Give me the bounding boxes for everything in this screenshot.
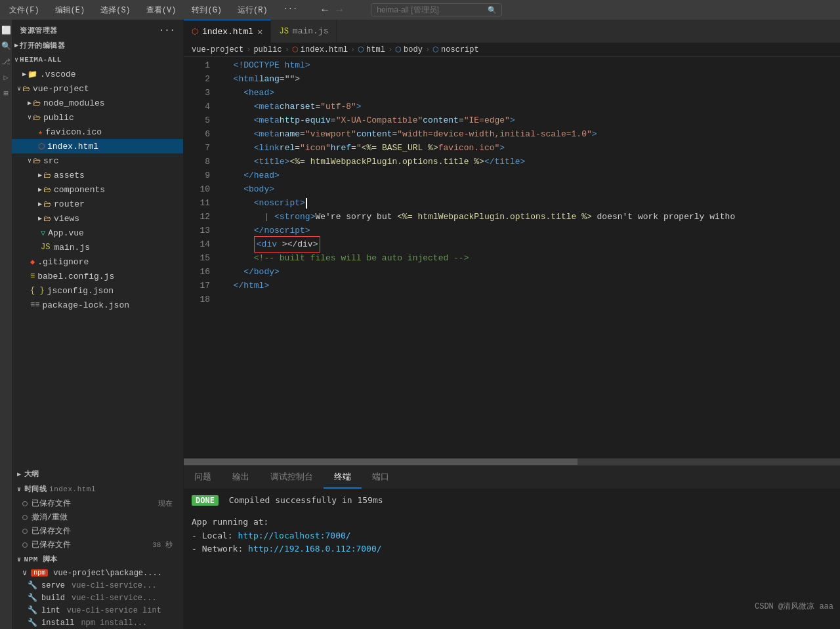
sidebar-item-gitignore[interactable]: ◆ .gitignore <box>12 254 183 269</box>
sidebar-item-favicon[interactable]: ★ favicon.ico <box>12 125 183 139</box>
horizontal-scrollbar[interactable] <box>184 458 840 465</box>
extensions-icon[interactable]: ⊞ <box>1 89 11 99</box>
menu-run[interactable]: 运行(R) <box>235 3 270 17</box>
sidebar-more-icon[interactable]: ··· <box>159 25 175 35</box>
components-arrow: ▶ <box>38 186 42 193</box>
sidebar-item-components[interactable]: ▶ 🗁 components <box>12 182 183 197</box>
sidebar-item-vue-project[interactable]: ∨ 🗁 vue-project <box>12 81 183 96</box>
panel-tab-problems[interactable]: 问题 <box>184 466 222 489</box>
vscode-arrow: ▶ <box>22 70 26 78</box>
vscode-folder-icon: 📁 <box>28 70 37 79</box>
debug-icon[interactable]: ▷ <box>1 73 11 83</box>
npm-script-lint[interactable]: 🔧 lint vue-cli-service lint <box>12 604 183 617</box>
timeline-dot-3 <box>22 529 28 534</box>
sidebar-item-src[interactable]: ∨ 🗁 src <box>12 153 183 168</box>
search-icon[interactable]: 🔍 <box>1 41 11 52</box>
sidebar-item-views[interactable]: ▶ 🗁 views <box>12 211 183 226</box>
timeline-time-1: 现在 <box>158 498 173 508</box>
sidebar-item-vscode[interactable]: ▶ 📁 .vscode <box>12 67 183 81</box>
editor-area: ⬡ index.html ✕ JS main.js vue-project › … <box>184 20 840 629</box>
npm-section[interactable]: ∨ NPM 脚本 <box>12 552 183 567</box>
git-icon[interactable]: ⎇ <box>1 57 11 68</box>
line-numbers: 1 2 3 4 5 6 7 8 9 10 11 12 13 14 15 16 1… <box>184 57 217 458</box>
panel-tab-debug[interactable]: 调试控制台 <box>260 466 324 489</box>
panel-tab-terminal[interactable]: 终端 <box>324 466 362 489</box>
npm-script-build[interactable]: 🔧 build vue-cli-service... <box>12 592 183 604</box>
search-input[interactable] <box>371 3 502 16</box>
sidebar-item-main-js[interactable]: JS main.js <box>12 240 183 254</box>
npm-label: NPM 脚本 <box>24 554 58 564</box>
panel-tab-output[interactable]: 输出 <box>222 466 260 489</box>
assets-icon: 🗁 <box>43 171 51 180</box>
sidebar-item-public[interactable]: ∨ 🗁 public <box>12 110 183 125</box>
menu-more[interactable]: ··· <box>281 3 301 17</box>
sidebar-item-package-lock[interactable]: ≡≡ package-lock.json <box>12 298 183 312</box>
menu-view[interactable]: 查看(V) <box>144 3 179 17</box>
menu-edit[interactable]: 编辑(E) <box>52 3 88 17</box>
code-editor[interactable]: 1 2 3 4 5 6 7 8 9 10 11 12 13 14 15 16 1… <box>184 57 840 458</box>
code-line-2: <html lang=""> <box>223 72 840 86</box>
menu-bar[interactable]: 文件(F) 编辑(E) 选择(S) 查看(V) 转到(G) 运行(R) ··· <box>7 3 300 17</box>
menu-file[interactable]: 文件(F) <box>7 3 42 17</box>
node-modules-arrow: ▶ <box>28 99 32 107</box>
code-line-18 <box>223 293 840 306</box>
sidebar-item-babel[interactable]: ≡ babel.config.js <box>12 269 183 283</box>
nav-back-button[interactable]: ← <box>320 4 330 16</box>
sidebar-item-assets[interactable]: ▶ 🗁 assets <box>12 168 183 182</box>
bc-body-icon: ⬡ <box>395 45 402 54</box>
nav-forward-button[interactable]: → <box>334 4 345 16</box>
breadcrumb-body[interactable]: ⬡ body <box>395 45 423 54</box>
src-label: src <box>43 156 58 166</box>
outline-section[interactable]: ▶ 大纲 <box>12 466 183 481</box>
menu-select[interactable]: 选择(S) <box>98 3 133 17</box>
timeline-time-4: 38 秒 <box>152 540 173 550</box>
ln-8: 8 <box>184 155 210 169</box>
tab-html-icon: ⬡ <box>192 27 198 37</box>
npm-script-serve[interactable]: 🔧 serve vue-cli-service... <box>12 579 183 592</box>
timeline-section[interactable]: ∨ 时间线 index.html <box>12 481 183 497</box>
code-content[interactable]: <!DOCTYPE html> <html lang=""> <head> <m… <box>217 57 840 458</box>
breadcrumb-public[interactable]: public <box>253 45 282 54</box>
tab-js-icon: JS <box>279 27 288 36</box>
code-line-10: <body> <box>223 182 840 196</box>
npm-package-item[interactable]: ∨ npm vue-project\package.... <box>12 567 183 579</box>
terminal-compiled: DONE Compiled successfully in 159ms <box>192 494 832 508</box>
ln-18: 18 <box>184 293 210 306</box>
sidebar-item-node-modules[interactable]: ▶ 🗁 node_modules <box>12 96 183 110</box>
panel-tab-port[interactable]: 端口 <box>362 466 400 489</box>
code-line-4: <meta charset="utf-8"> <box>223 100 840 113</box>
breadcrumb-vue-project[interactable]: vue-project <box>192 45 243 54</box>
menu-goto[interactable]: 转到(G) <box>189 3 224 17</box>
terminal-local-prefix: - Local: <box>192 531 238 540</box>
terminal-network-link[interactable]: http://192.168.0.112:7000/ <box>248 544 382 554</box>
index-html-label: index.html <box>47 142 98 152</box>
timeline-item-label-3: 已保存文件 <box>32 525 71 537</box>
open-editors-section[interactable]: ▶ 打开的编辑器 <box>12 38 183 52</box>
sidebar-item-app-vue[interactable]: ▽ App.vue <box>12 226 183 240</box>
npm-install-label: install <box>41 619 74 628</box>
scrollbar-thumb[interactable] <box>184 458 578 465</box>
root-folder[interactable]: ∨ HEIMA-ALL <box>12 52 183 67</box>
sidebar-item-jsconfig[interactable]: { } jsconfig.json <box>12 283 183 298</box>
favicon-icon: ★ <box>38 127 43 137</box>
tab-index-html[interactable]: ⬡ index.html ✕ <box>184 20 271 43</box>
babel-icon: ≡ <box>30 272 35 281</box>
tab-html-close[interactable]: ✕ <box>257 26 262 37</box>
timeline-item-3: 已保存文件 <box>12 524 183 538</box>
package-lock-icon: ≡≡ <box>30 300 39 310</box>
breadcrumb-index-html[interactable]: ⬡ index.html <box>292 45 348 54</box>
sidebar-item-router[interactable]: ▶ 🗁 router <box>12 197 183 211</box>
terminal-local-link[interactable]: http://localhost:7000/ <box>238 531 350 540</box>
terminal-compiled-text: Compiled successfully in 159ms <box>229 495 383 505</box>
breadcrumb-noscript[interactable]: ⬡ noscript <box>432 45 479 54</box>
npm-script-install[interactable]: 🔧 install npm install... <box>12 617 183 629</box>
explorer-icon[interactable]: ⬜ <box>1 26 11 36</box>
breadcrumb-html[interactable]: ⬡ html <box>358 45 385 54</box>
sidebar-item-index-html[interactable]: ⬡ index.html <box>12 139 183 153</box>
tab-main-js[interactable]: JS main.js <box>271 20 337 43</box>
panel-tab-output-label: 输出 <box>232 471 249 483</box>
bc-html-icon: ⬡ <box>292 45 299 54</box>
npm-arrow: ∨ <box>17 556 22 563</box>
timeline-dot-4 <box>22 542 28 548</box>
breadcrumb-sep-3: › <box>350 45 355 54</box>
